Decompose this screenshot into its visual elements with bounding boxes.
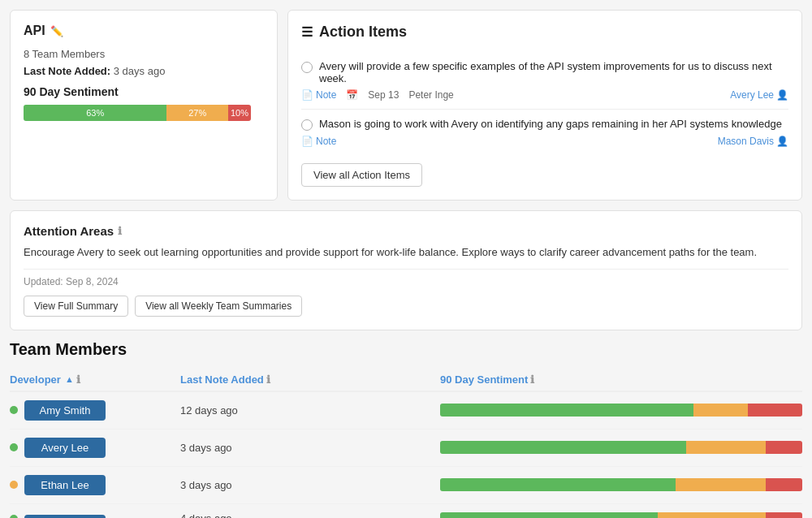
status-dot-amy: [10, 406, 18, 414]
person-icon-1: 👤: [776, 89, 788, 101]
team-members-title: Team Members: [10, 340, 802, 359]
api-card-title: API ✏️: [24, 24, 264, 38]
action-item-2: Mason is going to work with Avery on ide…: [301, 110, 788, 155]
assignee-link-1[interactable]: Avery Lee 👤: [730, 89, 788, 101]
api-title-text: API: [24, 24, 45, 38]
team-members-count: 8 Team Members: [24, 48, 264, 60]
col-header-sentiment: 90 Day Sentiment ℹ: [440, 373, 802, 386]
checklist-icon: ☰: [301, 24, 313, 40]
sentiment-red: 10%: [228, 105, 251, 121]
col-header-developer: Developer ▲ ℹ: [10, 373, 180, 386]
sentiment-info-icon: ℹ: [530, 373, 534, 386]
attention-buttons: View Full Summary View all Weekly Team S…: [24, 296, 788, 317]
sentiment-bar-row4: [440, 512, 802, 519]
seg-yellow-avery: [686, 441, 766, 454]
person-icon-2: 👤: [776, 136, 788, 147]
attention-updated: Updated: Sep 8, 2024: [24, 276, 788, 287]
last-note-ethan: 3 days ago: [180, 479, 440, 491]
edit-icon[interactable]: ✏️: [50, 25, 63, 37]
seg-green-row4: [440, 512, 658, 519]
seg-green-avery: [440, 441, 686, 454]
note-icon-1: 📄: [301, 89, 313, 101]
sentiment-bar-ethan: [440, 478, 802, 491]
developer-info-icon: ℹ: [76, 373, 80, 386]
attention-areas-card: Attention Areas ℹ Encourage Avery to see…: [10, 210, 802, 330]
team-row-4: 4 days ago: [10, 504, 802, 519]
cal-icon-1: 📅: [346, 89, 358, 101]
action-items-card: ☰ Action Items Avery will provide a few …: [287, 10, 802, 201]
team-row-avery: Avery Lee 3 days ago: [10, 430, 802, 467]
sort-arrow-icon: ▲: [65, 374, 74, 384]
team-table-header: Developer ▲ ℹ Last Note Added ℹ 90 Day S…: [10, 369, 802, 392]
last-note-avery: 3 days ago: [180, 442, 440, 454]
team-row-amy: Amy Smith 12 days ago: [10, 392, 802, 430]
seg-red-amy: [748, 404, 802, 417]
sentiment-bar-amy: [440, 404, 802, 417]
col-header-last-note: Last Note Added ℹ: [180, 373, 440, 386]
sentiment-label: 90 Day Sentiment: [24, 85, 264, 98]
sentiment-green: 63%: [24, 105, 166, 121]
action-date-1: Sep 13: [368, 89, 399, 101]
view-weekly-summaries-button[interactable]: View all Weekly Team Summaries: [135, 296, 302, 317]
last-note-sort-link[interactable]: Last Note Added ℹ: [180, 373, 440, 386]
last-note-stat: Last Note Added: 3 days ago: [24, 65, 264, 77]
last-note-amy: 12 days ago: [180, 404, 440, 417]
seg-red-row4: [766, 512, 802, 519]
sentiment-yellow: 27%: [166, 105, 228, 121]
member-button-row4[interactable]: [24, 515, 106, 519]
team-members-section: Team Members Developer ▲ ℹ Last Note Add…: [10, 340, 802, 519]
action-item-text-1: Avery will provide a few specific exampl…: [319, 60, 788, 84]
action-person-1: Peter Inge: [408, 89, 453, 101]
seg-green-amy: [440, 404, 693, 417]
seg-red-ethan: [766, 478, 802, 491]
action-radio-2[interactable]: [301, 119, 313, 131]
seg-yellow-amy: [693, 404, 748, 417]
note-link-2[interactable]: 📄 Note: [301, 136, 336, 147]
last-note-row4: 4 days ago: [180, 512, 440, 518]
status-dot-row4: [10, 515, 18, 519]
attention-areas-title: Attention Areas ℹ: [24, 224, 788, 238]
api-card: API ✏️ 8 Team Members Last Note Added: 3…: [10, 10, 278, 201]
sentiment-sort-link[interactable]: 90 Day Sentiment ℹ: [440, 373, 802, 386]
developer-sort-link[interactable]: Developer ▲ ℹ: [10, 373, 180, 386]
status-dot-ethan: [10, 481, 18, 489]
attention-info-icon: ℹ: [118, 225, 122, 237]
seg-yellow-ethan: [676, 478, 767, 491]
note-icon-2: 📄: [301, 136, 313, 147]
member-button-avery[interactable]: Avery Lee: [24, 438, 106, 458]
seg-green-ethan: [440, 478, 676, 491]
attention-areas-text: Encourage Avery to seek out learning opp…: [24, 244, 788, 270]
assignee-link-2[interactable]: Mason Davis 👤: [718, 136, 788, 147]
action-item-1: Avery will provide a few specific exampl…: [301, 52, 788, 110]
view-all-action-items-button[interactable]: View all Action Items: [301, 163, 422, 187]
note-link-1[interactable]: 📄 Note: [301, 89, 336, 101]
last-note-info-icon: ℹ: [266, 373, 270, 386]
action-radio-1[interactable]: [301, 62, 313, 73]
action-items-title: ☰ Action Items: [301, 24, 788, 41]
seg-yellow-row4: [658, 512, 767, 519]
member-button-ethan[interactable]: Ethan Lee: [24, 475, 106, 495]
seg-red-avery: [766, 441, 802, 454]
member-button-amy[interactable]: Amy Smith: [24, 400, 106, 421]
view-full-summary-button[interactable]: View Full Summary: [24, 296, 128, 317]
sentiment-bar-avery: [440, 441, 802, 454]
sentiment-bar: 63% 27% 10%: [24, 105, 251, 121]
team-row-ethan: Ethan Lee 3 days ago: [10, 467, 802, 504]
action-item-text-2: Mason is going to work with Avery on ide…: [319, 118, 788, 130]
status-dot-avery: [10, 443, 18, 451]
